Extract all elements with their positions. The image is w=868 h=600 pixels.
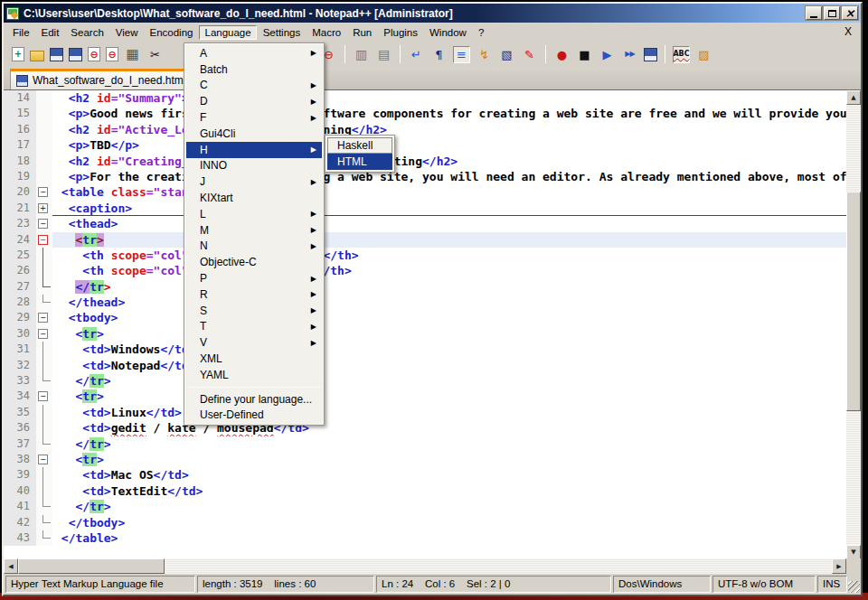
language-menu-item-user-defined[interactable]: User-Defined [186, 408, 322, 424]
vertical-scrollbar[interactable]: ▲ ▼ [846, 90, 861, 559]
language-menu-item-v[interactable]: V▶ [186, 334, 322, 351]
macro-save-icon[interactable] [644, 48, 657, 61]
fold-margin[interactable] [36, 248, 52, 263]
macro-record-icon[interactable]: ● [553, 46, 571, 63]
code-line-16[interactable]: <h2 id="Active_Learning">Active Learning… [52, 122, 846, 137]
scroll-right-button[interactable]: ▶ [832, 558, 846, 574]
fold-margin[interactable] [36, 279, 52, 295]
code-line-39[interactable]: <td>Mac OS</td> [52, 467, 846, 483]
fold-margin[interactable] [36, 373, 52, 389]
fold-margin[interactable] [36, 483, 52, 499]
menubar-item-window[interactable]: Window [424, 25, 472, 40]
code-line-18[interactable]: <h2 id="Creating_and_Editing">Creating a… [52, 154, 846, 169]
save-all-icon[interactable] [69, 48, 82, 61]
fold-margin[interactable] [36, 467, 52, 483]
menubar-item-edit[interactable]: Edit [36, 25, 65, 40]
close-button[interactable]: × [842, 6, 858, 20]
scroll-up-button[interactable]: ▲ [846, 90, 861, 105]
language-menu-item-yaml[interactable]: YAML [186, 367, 322, 383]
fold-margin[interactable] [36, 137, 52, 153]
close-file-icon[interactable]: ⊖ [88, 47, 100, 61]
language-menu-item-objective-c[interactable]: Objective-C [186, 254, 322, 270]
fold-margin[interactable] [36, 436, 52, 452]
fold-margin[interactable] [36, 530, 52, 546]
code-line-24[interactable]: <tr> [52, 232, 846, 248]
fold-margin[interactable] [36, 106, 52, 121]
code-line-20[interactable]: <table class="standard"> [52, 184, 846, 200]
fold-margin[interactable]: − [36, 184, 52, 200]
fold-margin[interactable] [36, 169, 52, 184]
horizontal-scrollbar[interactable]: ◀ ▶ [4, 558, 846, 574]
fold-expand-icon[interactable]: + [38, 203, 48, 213]
code-line-29[interactable]: <tbody> [52, 310, 846, 325]
tab-what-software-do-i-need[interactable]: What_software_do_I_need.html × [10, 69, 209, 89]
code-line-38[interactable]: <tr> [52, 452, 846, 467]
code-line-17[interactable]: <p>TBD</p> [52, 137, 846, 153]
fold-margin[interactable]: − [36, 326, 52, 342]
language-menu-item-d[interactable]: D▶ [186, 93, 322, 109]
menubar-item-encoding[interactable]: Encoding [145, 25, 199, 40]
language-menu-item-p[interactable]: P▶ [186, 270, 322, 286]
menubar-item-file[interactable]: File [7, 25, 35, 40]
language-menu-item-inno[interactable]: INNO [186, 158, 322, 174]
menubar-item-search[interactable]: Search [65, 25, 108, 40]
show-all-characters-icon[interactable]: ¶ [430, 46, 448, 63]
maximize-button[interactable] [824, 6, 840, 20]
menubar-item-language[interactable]: Language [199, 25, 256, 40]
language-menu-item-batch[interactable]: Batch [186, 61, 322, 78]
macro-play-icon[interactable]: ▶ [599, 46, 616, 63]
language-menu-item-xml[interactable]: XML [186, 351, 322, 367]
fold-collapse-icon[interactable]: − [38, 391, 48, 401]
new-file-icon[interactable]: + [12, 47, 24, 61]
code-line-25[interactable]: <th scope="col">Operating System/s</th> [52, 248, 846, 263]
function-list-icon[interactable]: ✎ [521, 46, 538, 63]
fold-margin[interactable]: + [36, 201, 52, 216]
fold-margin[interactable]: − [36, 389, 52, 404]
horizontal-scroll-thumb[interactable] [18, 558, 165, 574]
code-line-43[interactable]: </table> [52, 530, 846, 546]
fold-collapse-icon[interactable]: − [38, 235, 48, 245]
code-line-42[interactable]: </tbody> [52, 515, 846, 530]
document-map-icon[interactable]: ▧ [498, 46, 515, 63]
language-menu-item-r[interactable]: R▶ [186, 286, 322, 303]
code-editor[interactable]: 14 <h2 id="Summary">Summary</h2>15 <p>Go… [4, 90, 846, 559]
fold-margin[interactable]: − [36, 216, 52, 231]
menubar-close-button[interactable]: X [844, 25, 852, 38]
code-line-28[interactable]: </thead> [52, 295, 846, 310]
fold-margin[interactable] [36, 342, 52, 357]
minimize-button[interactable] [806, 6, 822, 20]
resize-grip[interactable] [848, 581, 860, 593]
fold-margin[interactable] [36, 515, 52, 530]
macro-run-multiple-icon[interactable]: ▶▶ [621, 46, 638, 63]
fold-margin[interactable] [36, 420, 52, 436]
close-all-icon[interactable]: ⊖ [106, 47, 118, 61]
cut-icon[interactable]: ✂ [146, 46, 164, 63]
language-menu-item-c[interactable]: C▶ [186, 78, 322, 94]
submenu-item-html[interactable]: HTML [327, 154, 392, 170]
code-line-15[interactable]: <p>Good news first: Most of these softwa… [52, 106, 846, 121]
code-line-19[interactable]: <p>For the creation and the designing a … [52, 169, 846, 184]
language-menu-item-gui4cli[interactable]: Gui4Cli [186, 126, 322, 142]
code-line-37[interactable]: </tr> [52, 436, 846, 452]
fold-margin[interactable] [36, 295, 52, 310]
code-line-31[interactable]: <td>Windows</td> [52, 342, 846, 357]
fold-collapse-icon[interactable]: − [38, 219, 48, 229]
code-line-35[interactable]: <td>Linux</td> [52, 405, 846, 420]
code-line-26[interactable]: <th scope="col">Editor / Software</th> [52, 263, 846, 278]
code-line-32[interactable]: <td>Notepad</td> [52, 358, 846, 373]
word-wrap-icon[interactable]: ↵ [408, 46, 425, 63]
code-line-27[interactable]: </tr> [52, 279, 846, 295]
fold-margin[interactable]: − [36, 232, 52, 248]
fold-collapse-icon[interactable]: − [38, 329, 48, 339]
language-menu-item-n[interactable]: N▶ [186, 239, 322, 255]
menubar-item-plugins[interactable]: Plugins [378, 25, 423, 40]
sync-vertical-scroll-icon[interactable]: ▥ [353, 46, 370, 63]
fold-collapse-icon[interactable]: − [38, 187, 48, 197]
code-line-23[interactable]: <thead> [52, 216, 846, 231]
language-menu-item-m[interactable]: M▶ [186, 222, 322, 239]
fold-margin[interactable] [36, 122, 52, 137]
menubar-item-help[interactable]: ? [473, 25, 489, 40]
language-menu-item-define-your-language-[interactable]: Define your language... [186, 391, 322, 408]
scroll-left-button[interactable]: ◀ [4, 558, 18, 574]
code-line-36[interactable]: <td>gedit / kate / mousepad</td> [52, 420, 846, 436]
